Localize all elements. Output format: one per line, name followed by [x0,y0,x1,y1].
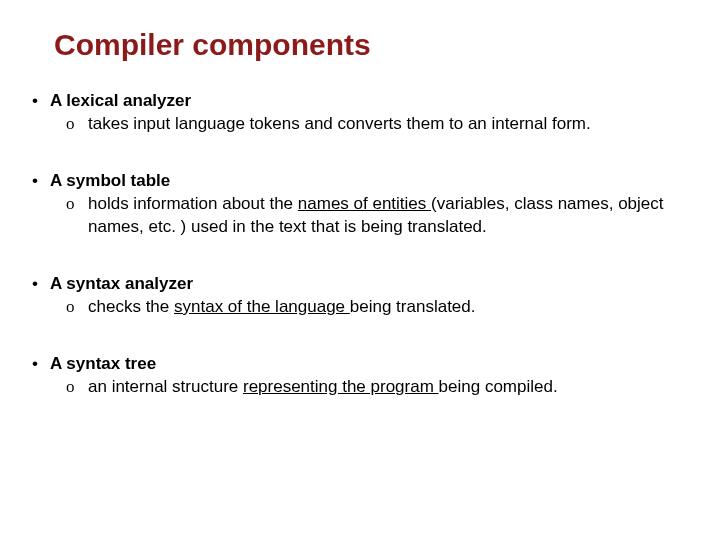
item-description: holds information about the names of ent… [88,193,690,239]
item-description: an internal structure representing the p… [88,376,690,399]
bullet-row: • A lexical analyzer [30,90,690,113]
item-description: checks the syntax of the language being … [88,296,690,319]
bullet-row: • A syntax analyzer [30,273,690,296]
slide-title: Compiler components [54,28,690,62]
item-term: A syntax tree [50,353,156,376]
bullet-icon: • [30,353,50,376]
sub-bullet-row: o holds information about the names of e… [30,193,690,239]
bullet-row: • A syntax tree [30,353,690,376]
sub-bullet-row: o checks the syntax of the language bein… [30,296,690,319]
slide: Compiler components • A lexical analyzer… [0,0,720,452]
circle-bullet-icon: o [66,296,88,319]
circle-bullet-icon: o [66,376,88,399]
sub-bullet-row: o an internal structure representing the… [30,376,690,399]
circle-bullet-icon: o [66,193,88,239]
item-term: A lexical analyzer [50,90,191,113]
list-item: • A symbol table o holds information abo… [30,170,690,239]
bullet-icon: • [30,273,50,296]
list-item: • A syntax analyzer o checks the syntax … [30,273,690,319]
bullet-row: • A symbol table [30,170,690,193]
list-item: • A syntax tree o an internal structure … [30,353,690,399]
circle-bullet-icon: o [66,113,88,136]
list-item: • A lexical analyzer o takes input langu… [30,90,690,136]
item-term: A symbol table [50,170,170,193]
bullet-icon: • [30,90,50,113]
bullet-icon: • [30,170,50,193]
item-term: A syntax analyzer [50,273,193,296]
item-description: takes input language tokens and converts… [88,113,690,136]
sub-bullet-row: o takes input language tokens and conver… [30,113,690,136]
